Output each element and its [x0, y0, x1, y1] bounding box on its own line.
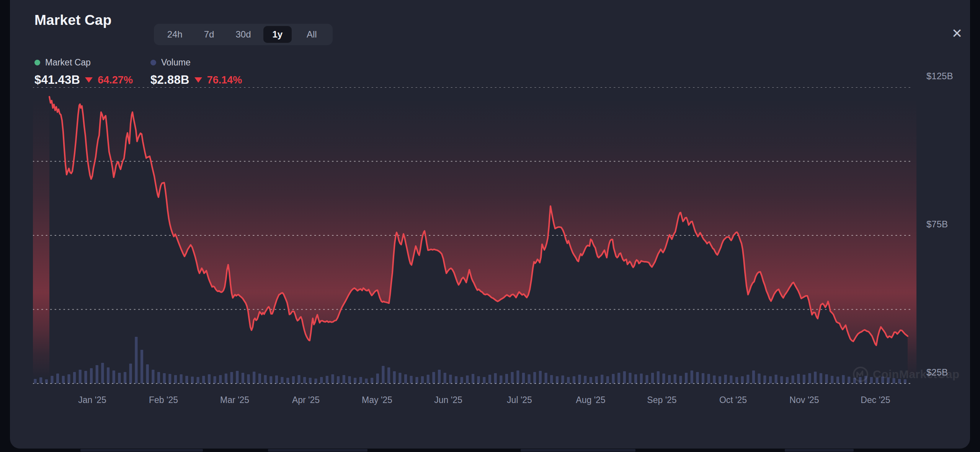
- x-axis-tick: Jun '25: [434, 395, 462, 405]
- chart-modal: Market Cap 24h 7d 30d 1y All ✕ Market Ca…: [10, 0, 970, 449]
- legend-volume: Volume $2.88B 76.14%: [150, 57, 242, 87]
- x-axis-tick: Dec '25: [861, 395, 890, 405]
- page-title: Market Cap: [34, 12, 111, 28]
- screen: Market Cap 24h 7d 30d 1y All ✕ Market Ca…: [0, 0, 980, 452]
- market-cap-value: $41.43B: [34, 73, 80, 87]
- x-axis-tick: May '25: [362, 395, 392, 405]
- watermark-text: CoinMarketCap: [873, 368, 960, 381]
- tab-30d[interactable]: 30d: [229, 26, 257, 43]
- volume-change: 76.14%: [207, 74, 242, 86]
- close-icon[interactable]: ✕: [949, 25, 965, 42]
- x-axis-tick: Jul '25: [507, 395, 532, 405]
- coinmarketcap-logo-icon: [852, 366, 869, 383]
- background-fragment: [521, 449, 635, 452]
- watermark: CoinMarketCap: [852, 366, 960, 383]
- tab-1y[interactable]: 1y: [263, 26, 292, 43]
- legend-label: Volume: [161, 57, 191, 68]
- legend-market-cap: Market Cap $41.43B 64.27%: [34, 57, 133, 87]
- x-axis-tick: Aug '25: [576, 395, 605, 405]
- tab-24h[interactable]: 24h: [161, 26, 189, 43]
- x-axis-tick: Oct '25: [719, 395, 747, 405]
- volume-value: $2.88B: [150, 73, 189, 87]
- market-cap-change: 64.27%: [98, 74, 133, 86]
- x-axis-tick: Mar '25: [220, 395, 249, 405]
- down-arrow-icon: [194, 77, 202, 83]
- y-axis-tick: $125B: [926, 71, 953, 82]
- y-axis-tick: $75B: [926, 219, 948, 230]
- background-fragment: [80, 449, 203, 452]
- legend-label: Market Cap: [45, 57, 91, 68]
- market-cap-chart: [33, 87, 916, 387]
- market-cap-dot-icon: [34, 60, 40, 65]
- x-axis-tick: Jan '25: [78, 395, 106, 405]
- chart-plot-area[interactable]: [33, 99, 916, 387]
- volume-dot-icon: [150, 60, 156, 65]
- background-fragment: [268, 449, 368, 452]
- background-page-sliver: [0, 448, 980, 452]
- x-axis-tick: Nov '25: [789, 395, 819, 405]
- x-axis-tick: Feb '25: [149, 395, 178, 405]
- x-axis-tick: Apr '25: [292, 395, 320, 405]
- x-axis-tick: Sep '25: [647, 395, 676, 405]
- background-fragment: [785, 449, 854, 452]
- tab-7d[interactable]: 7d: [195, 26, 223, 43]
- down-arrow-icon: [85, 77, 93, 83]
- tab-all[interactable]: All: [297, 26, 326, 43]
- time-range-tab-group: 24h 7d 30d 1y All: [154, 24, 333, 45]
